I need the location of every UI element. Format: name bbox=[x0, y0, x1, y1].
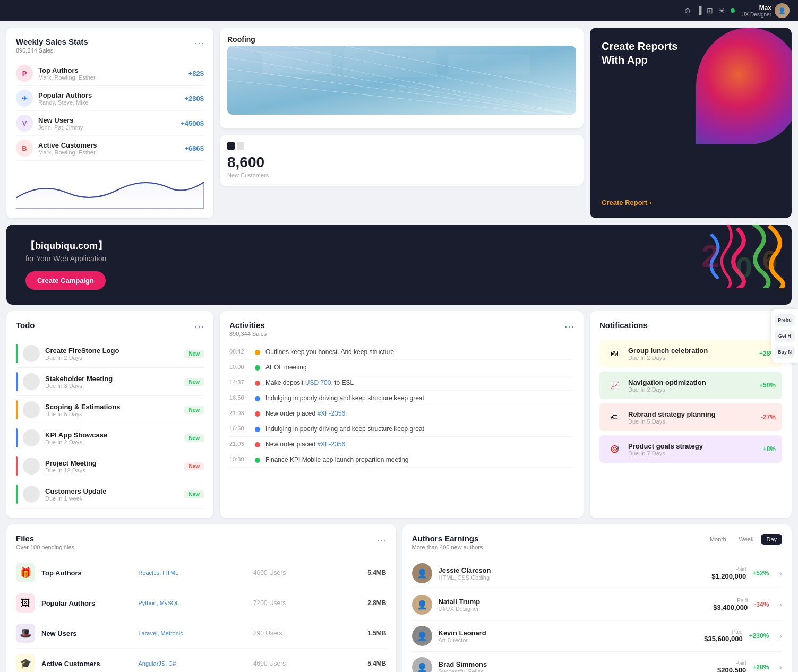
file-users: 890 Users bbox=[253, 630, 325, 637]
create-reports-card: Create ReportsWith App Create Report › bbox=[590, 28, 792, 218]
customers-number: 8,600 bbox=[227, 154, 576, 171]
avatar[interactable]: 👤 bbox=[775, 3, 790, 18]
chevron-right-icon[interactable]: › bbox=[779, 632, 782, 640]
todo-due: Due In 2 Days bbox=[45, 355, 179, 361]
create-report-link[interactable]: Create Report › bbox=[602, 199, 780, 206]
todo-badge: New bbox=[184, 378, 204, 386]
activity-link[interactable]: #XF-2356. bbox=[317, 441, 347, 448]
box-dark bbox=[227, 142, 235, 150]
file-tags: Laravel, Metronic bbox=[138, 630, 247, 636]
todo-item[interactable]: Scoping & Estimations Due In 5 Days New bbox=[16, 396, 204, 424]
activity-item: 21:03 New order placed #XF-2356. bbox=[229, 406, 574, 421]
author-amount: $1,200,000 bbox=[711, 572, 746, 580]
file-icon: 🖼 bbox=[16, 593, 35, 613]
author-info: Natali Trump UI/UX Designer bbox=[439, 598, 707, 612]
stat-row[interactable]: B Active Customers Mark, Rowling, Esther… bbox=[16, 136, 204, 161]
stat-info: Active Customers Mark, Rowling, Esther bbox=[38, 141, 179, 156]
file-row[interactable]: 🎓 Active Customers AngularJS, C# 4600 Us… bbox=[16, 649, 387, 672]
period-tab-week[interactable]: Week bbox=[734, 534, 759, 545]
chevron-right-icon[interactable]: › bbox=[779, 569, 782, 578]
file-tags: AngularJS, C# bbox=[138, 660, 247, 667]
authors-list: 👤 Jessie Clarcson HTML, CSS Coding Paid … bbox=[412, 558, 783, 672]
grid-icon[interactable]: ⊞ bbox=[707, 6, 713, 15]
activity-item: 21:03 New order placed #XF-2356. bbox=[229, 437, 574, 452]
author-payment: Paid $1,200,000 bbox=[711, 566, 746, 580]
file-users: 4600 Users bbox=[253, 569, 325, 576]
todo-menu[interactable]: ⋯ bbox=[194, 321, 204, 332]
notification-item[interactable]: 🏷 Rebrand strategy planning Due In 5 Day… bbox=[599, 403, 782, 431]
notif-title: Group lunch celebration bbox=[628, 347, 754, 355]
svg-text:6: 6 bbox=[762, 246, 777, 275]
file-row[interactable]: 🎁 Top Authors ReactJs, HTML 4600 Users 5… bbox=[16, 558, 387, 588]
stat-rows: P Top Authors Mark, Rowling, Esther +82$… bbox=[16, 61, 204, 161]
stat-row[interactable]: V New Users John, Pat, Jimmy +4500$ bbox=[16, 111, 204, 136]
file-tags: Python, MySQL bbox=[138, 600, 247, 606]
author-payment: Paid $3,400,000 bbox=[713, 598, 748, 611]
todo-item[interactable]: KPI App Showcase Due In 2 Days New bbox=[16, 424, 204, 452]
file-row[interactable]: 🖼 Popular Authors Python, MySQL 7200 Use… bbox=[16, 588, 387, 618]
todo-due: Due In 5 Days bbox=[45, 411, 179, 417]
file-name: Popular Authors bbox=[41, 599, 132, 607]
chevron-right-icon[interactable]: › bbox=[779, 663, 782, 671]
author-avatar: 👤 bbox=[412, 626, 432, 646]
todo-item[interactable]: Project Meeting Due In 12 Days New bbox=[16, 452, 204, 480]
todo-item[interactable]: Customers Update Due In 1 week New bbox=[16, 480, 204, 509]
todo-title: Todo bbox=[16, 321, 35, 330]
file-name: Active Customers bbox=[41, 660, 132, 668]
sidebar-pill-buyn[interactable]: Buy N bbox=[775, 346, 795, 358]
file-row[interactable]: 🎩 New Users Laravel, Metronic 890 Users … bbox=[16, 618, 387, 649]
weekly-sales-subtitle: 890,344 Sales bbox=[16, 47, 88, 54]
activity-link[interactable]: USD 700. bbox=[305, 379, 333, 386]
stat-row[interactable]: ✈ Popular Authors Randy, Steve, Mike +28… bbox=[16, 86, 204, 111]
todo-item[interactable]: Create FireStone Logo Due In 2 Days New bbox=[16, 340, 204, 368]
files-card: Files Over 100 pending files ⋯ 🎁 Top Aut… bbox=[6, 524, 396, 672]
author-row[interactable]: 👤 Kevin Leonard Art Director Paid $35,60… bbox=[412, 621, 783, 652]
sidebar-pill-geth[interactable]: Get H bbox=[775, 330, 795, 342]
activities-menu[interactable]: ⋯ bbox=[564, 321, 574, 332]
todo-info: Stakeholder Meeting Due In 3 Days bbox=[45, 375, 179, 389]
notification-item[interactable]: 🍽 Group lunch celebration Due In 2 Days … bbox=[599, 340, 782, 367]
stat-row[interactable]: P Top Authors Mark, Rowling, Esther +82$ bbox=[16, 61, 204, 86]
row4: Files Over 100 pending files ⋯ 🎁 Top Aut… bbox=[6, 524, 792, 672]
todo-badge: New bbox=[184, 406, 204, 414]
sidebar-pill-prebu[interactable]: Prebu bbox=[775, 314, 795, 326]
todo-card: Todo ⋯ Create FireStone Logo Due In 2 Da… bbox=[6, 311, 213, 518]
activity-dot bbox=[255, 350, 260, 355]
period-tab-month[interactable]: Month bbox=[705, 534, 732, 545]
files-menu[interactable]: ⋯ bbox=[377, 534, 387, 546]
author-row[interactable]: 👤 Jessie Clarcson HTML, CSS Coding Paid … bbox=[412, 558, 783, 589]
create-campaign-button[interactable]: Create Campaign bbox=[25, 271, 106, 290]
todo-badge: New bbox=[184, 490, 204, 498]
paid-label: Paid bbox=[704, 629, 742, 635]
todo-avatar bbox=[23, 458, 40, 475]
notification-item[interactable]: 🎯 Product goals strategy Due In 7 Days +… bbox=[599, 435, 782, 463]
user-info[interactable]: Max UX Designer 👤 bbox=[741, 3, 790, 18]
search-icon[interactable]: ⊙ bbox=[684, 6, 691, 15]
activity-time: 10:30 bbox=[229, 456, 250, 462]
file-size: 1.5MB bbox=[332, 630, 386, 637]
file-size: 2.8MB bbox=[332, 599, 386, 607]
author-row[interactable]: 👤 Natali Trump UI/UX Designer Paid $3,40… bbox=[412, 589, 783, 621]
banner-card: 【biqubiqu.com】 for Your Web Application … bbox=[6, 225, 792, 305]
weekly-sales-menu[interactable]: ⋯ bbox=[194, 37, 204, 49]
author-role: UI/UX Designer bbox=[439, 606, 707, 612]
author-info: Jessie Clarcson HTML, CSS Coding bbox=[439, 566, 706, 581]
notification-item[interactable]: 📈 Navigation optimization Due In 2 Days … bbox=[599, 372, 782, 399]
todo-badge: New bbox=[184, 462, 204, 470]
author-role: Successful Fellas bbox=[439, 668, 711, 673]
todo-due: Due In 12 Days bbox=[45, 467, 179, 473]
author-row[interactable]: 👤 Brad Simmons Successful Fellas Paid $2… bbox=[412, 652, 783, 672]
activity-item: 10:30 Finance KPI Mobile app launch prep… bbox=[229, 452, 574, 468]
author-name: Jessie Clarcson bbox=[439, 566, 706, 574]
file-users: 4600 Users bbox=[253, 660, 325, 667]
todo-item[interactable]: Stakeholder Meeting Due In 3 Days New bbox=[16, 368, 204, 396]
activity-link[interactable]: #XF-2356. bbox=[317, 410, 347, 417]
period-tab-day[interactable]: Day bbox=[761, 534, 782, 545]
svg-text:0: 0 bbox=[736, 251, 752, 284]
chevron-right-icon[interactable]: › bbox=[779, 600, 782, 609]
brightness-icon[interactable]: ☀ bbox=[718, 6, 725, 15]
stat-icon: B bbox=[16, 140, 33, 157]
activity-text: Make deposit USD 700. to ESL bbox=[265, 379, 354, 386]
period-tabs: MonthWeekDay bbox=[705, 534, 782, 545]
roofing-image bbox=[227, 46, 576, 115]
